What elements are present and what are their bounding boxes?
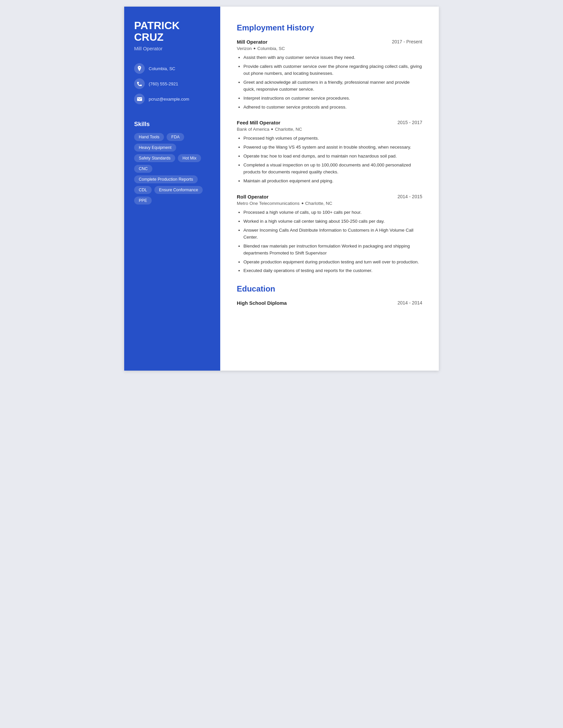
job-bullet-item: Assist them with any customer service is…: [243, 54, 422, 61]
resume-container: PATRICK CRUZ Mill Operator Columbia, SC …: [124, 7, 439, 371]
education-degree: High School Diploma: [237, 300, 287, 306]
job-bullet-item: Blended raw materials per instruction fo…: [243, 243, 422, 257]
job-bullets-list: Processed a high volume of calls, up to …: [237, 209, 422, 274]
dot-separator: [254, 48, 255, 49]
candidate-title: Mill Operator: [134, 46, 210, 51]
skill-tag: CDL: [134, 186, 152, 194]
email-text: pcruz@example.com: [149, 97, 189, 102]
contact-section: Columbia, SC (760) 555-2921 pcruz@exampl…: [134, 63, 210, 109]
location-text: Columbia, SC: [149, 66, 175, 71]
contact-phone: (760) 555-2921: [134, 78, 210, 89]
company-name: Metro One Telecommunications: [237, 201, 300, 206]
job-company: VerizonColumbia, SC: [237, 46, 422, 51]
job-title: Roll Operator: [237, 194, 268, 200]
job-title: Mill Operator: [237, 39, 267, 45]
jobs-container: Mill Operator2017 - PresentVerizonColumb…: [237, 39, 422, 274]
location-icon: [134, 63, 145, 74]
job-company: Metro One TelecommunicationsCharlotte, N…: [237, 201, 422, 206]
job-bullets-list: Processed high volumes of payments.Power…: [237, 135, 422, 185]
skill-tag: Heavy Equipment: [134, 144, 176, 152]
contact-location: Columbia, SC: [134, 63, 210, 74]
job-company: Bank of AmericaCharlotte, NC: [237, 127, 422, 132]
company-location: Charlotte, NC: [275, 127, 302, 132]
dot-separator: [302, 203, 304, 204]
job-header: Roll Operator2014 - 2015: [237, 194, 422, 200]
job-block: Mill Operator2017 - PresentVerizonColumb…: [237, 39, 422, 111]
job-dates: 2017 - Present: [392, 39, 422, 44]
skill-tag: Hot Mix: [178, 154, 201, 162]
employment-section-title: Employment History: [237, 23, 422, 32]
contact-email: pcruz@example.com: [134, 94, 210, 104]
job-bullet-item: Answer Incoming Calls And Distribute Inf…: [243, 227, 422, 241]
company-name: Verizon: [237, 46, 252, 51]
email-icon: [134, 94, 145, 104]
company-name: Bank of America: [237, 127, 269, 132]
skills-tags: Hand ToolsFDAHeavy EquipmentSafety Stand…: [134, 133, 210, 205]
skills-heading: Skills: [134, 121, 210, 128]
job-bullet-item: Powered up the Wang VS 45 system and ass…: [243, 144, 422, 151]
job-bullet-item: Greet and acknowledge all customers in a…: [243, 79, 422, 93]
skill-tag: Ensure Conformance: [154, 186, 203, 194]
skill-tag: Safety Standards: [134, 154, 175, 162]
job-bullet-item: Maintain all production equipment and pi…: [243, 178, 422, 185]
main-content: Employment History Mill Operator2017 - P…: [220, 7, 439, 371]
skill-tag: Complete Production Reports: [134, 175, 198, 183]
job-dates: 2015 - 2017: [398, 120, 422, 125]
job-bullets-list: Assist them with any customer service is…: [237, 54, 422, 111]
phone-text: (760) 555-2921: [149, 81, 178, 86]
job-block: Feed Mill Operator2015 - 2017Bank of Ame…: [237, 120, 422, 185]
job-bullet-item: Operate trac hoe to load end dumps, and …: [243, 153, 422, 160]
education-dates: 2014 - 2014: [398, 300, 422, 305]
job-bullet-item: Processed a high volume of calls, up to …: [243, 209, 422, 216]
phone-icon: [134, 78, 145, 89]
sidebar: PATRICK CRUZ Mill Operator Columbia, SC …: [124, 7, 220, 371]
job-bullet-item: Adhered to customer service protocols an…: [243, 104, 422, 111]
company-location: Columbia, SC: [257, 46, 285, 51]
dot-separator: [271, 128, 273, 130]
job-bullet-item: Processed high volumes of payments.: [243, 135, 422, 142]
job-bullet-item: Provide callers with customer service ov…: [243, 63, 422, 77]
company-location: Charlotte, NC: [305, 201, 333, 206]
job-bullet-item: Operate production equipment during prod…: [243, 259, 422, 266]
skill-tag: PPE: [134, 197, 152, 205]
education-block: High School Diploma2014 - 2014: [237, 300, 422, 306]
job-title: Feed Mill Operator: [237, 120, 280, 125]
skills-section: Skills Hand ToolsFDAHeavy EquipmentSafet…: [134, 121, 210, 205]
job-bullet-item: Executed daily operations of testing and…: [243, 267, 422, 274]
job-block: Roll Operator2014 - 2015Metro One Teleco…: [237, 194, 422, 274]
job-bullet-item: Worked in a high volume call center taki…: [243, 218, 422, 225]
skill-tag: CNC: [134, 165, 152, 173]
skill-tag: Hand Tools: [134, 133, 164, 141]
skill-tag: FDA: [166, 133, 184, 141]
job-header: Mill Operator2017 - Present: [237, 39, 422, 45]
job-bullet-item: Completed a visual inspection on up to 1…: [243, 162, 422, 176]
job-header: Feed Mill Operator2015 - 2017: [237, 120, 422, 125]
candidate-name: PATRICK CRUZ: [134, 20, 210, 43]
job-dates: 2014 - 2015: [398, 194, 422, 199]
education-container: High School Diploma2014 - 2014: [237, 300, 422, 306]
job-bullet-item: Interpret instructions on customer servi…: [243, 95, 422, 102]
education-section-title: Education: [237, 284, 422, 294]
